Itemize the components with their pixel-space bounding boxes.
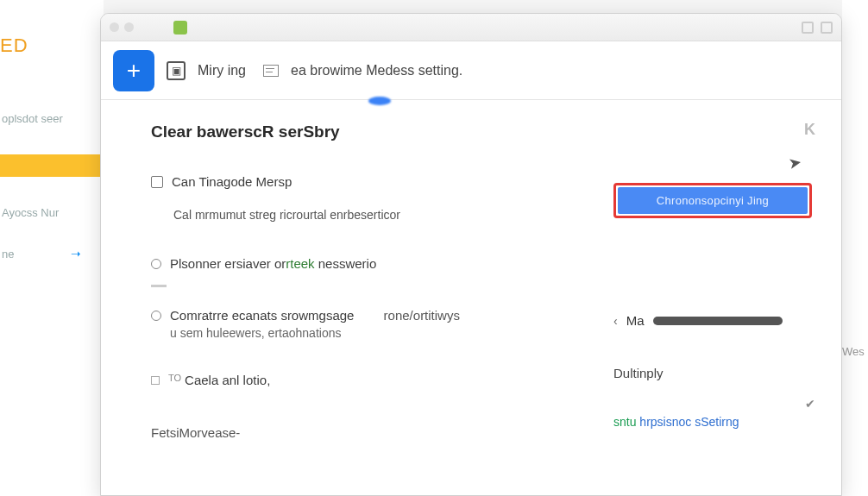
slider-row: ‹ Ma xyxy=(613,313,812,328)
bg-highlight-bar xyxy=(0,154,104,177)
checkbox-icon[interactable] xyxy=(151,176,163,188)
primary-action-button[interactable]: Chrononsopcinyi Jing xyxy=(618,187,808,214)
settings-link[interactable]: sntu hrpsisnoc sSetirng xyxy=(613,415,812,429)
document-icon xyxy=(263,65,279,77)
dialog-title: Clear bawerscR serSbry xyxy=(151,122,791,141)
decorative-blob xyxy=(368,97,391,105)
bg-item: ne xyxy=(2,248,14,261)
background-logo: ED xyxy=(0,35,104,57)
plus-icon: + xyxy=(127,57,141,85)
browser-window: + ▣ Miry ing ea browime Medess setting. … xyxy=(100,13,842,496)
radio-icon[interactable] xyxy=(151,259,161,269)
window-titlebar xyxy=(101,14,841,41)
window-control-dot[interactable] xyxy=(110,22,119,32)
window-button-icon[interactable] xyxy=(802,22,814,34)
page-icon[interactable]: ▣ xyxy=(167,61,186,80)
toolbar-text: Miry ing xyxy=(198,63,246,78)
tab-favicon-icon[interactable] xyxy=(173,21,187,35)
slider-track[interactable] xyxy=(653,317,783,325)
window-button-icon[interactable] xyxy=(821,22,833,34)
primary-action-highlight: Chrononsopcinyi Jing xyxy=(613,183,812,218)
toolbar: + ▣ Miry ing ea browime Medess setting. xyxy=(101,41,841,100)
radio-icon[interactable] xyxy=(151,311,161,321)
option-label: Caela anl lotio, xyxy=(185,373,270,387)
cursor-icon: ➤ xyxy=(787,153,803,173)
right-label: Dultinply xyxy=(613,366,812,380)
background-sidebar: ED oplsdot seer Ayocss Nur ne ➝ xyxy=(0,0,104,496)
bg-right-label: Wes xyxy=(842,345,868,358)
close-button[interactable]: K xyxy=(804,121,815,139)
slider-label: Ma xyxy=(626,313,645,328)
arrow-icon: ➝ xyxy=(71,247,81,261)
prefix-text: TO xyxy=(168,373,181,383)
new-tab-button[interactable]: + xyxy=(113,50,154,91)
window-control-dot[interactable] xyxy=(124,22,134,32)
bg-item: Ayocss Nur xyxy=(0,203,104,223)
option-label: Comratrre ecanats srowmgsage rone/ortiti… xyxy=(170,308,460,340)
chevron-left-icon[interactable]: ‹ xyxy=(613,314,618,328)
dialog-content: Clear bawerscR serSbry K ➤ Can Tinagode … xyxy=(101,100,841,495)
option-label: Can Tinagode Mersp xyxy=(172,174,292,189)
option-sublabel: Cal mrmumut streg ricrourtal enrbesertic… xyxy=(173,208,400,222)
background-right: Wes xyxy=(842,0,868,496)
check-icon: ✔ xyxy=(805,397,815,411)
toolbar-text: ea browime Medess setting. xyxy=(291,63,462,78)
small-box-icon[interactable] xyxy=(151,376,160,385)
right-column: Chrononsopcinyi Jing ‹ Ma ✔ Dultinply sn… xyxy=(613,183,812,429)
option-label: FetsiMorvease- xyxy=(151,425,240,440)
divider xyxy=(151,285,167,287)
bg-item: oplsdot seer xyxy=(0,109,104,129)
option-label: Plsonner ersiaver orrteek nesswerio xyxy=(170,256,376,271)
